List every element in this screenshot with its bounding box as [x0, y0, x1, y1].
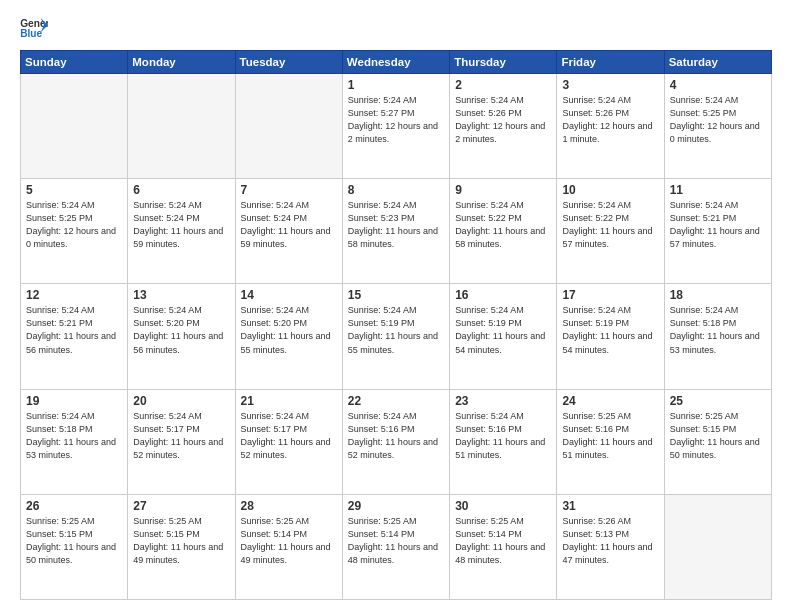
logo: General Blue — [20, 16, 48, 40]
col-header-tuesday: Tuesday — [235, 51, 342, 74]
calendar-cell: 21Sunrise: 5:24 AMSunset: 5:17 PMDayligh… — [235, 389, 342, 494]
week-row-1: 1Sunrise: 5:24 AMSunset: 5:27 PMDaylight… — [21, 74, 772, 179]
day-number: 21 — [241, 394, 337, 408]
calendar-header-row: SundayMondayTuesdayWednesdayThursdayFrid… — [21, 51, 772, 74]
day-number: 5 — [26, 183, 122, 197]
calendar-cell: 22Sunrise: 5:24 AMSunset: 5:16 PMDayligh… — [342, 389, 449, 494]
calendar-cell: 16Sunrise: 5:24 AMSunset: 5:19 PMDayligh… — [450, 284, 557, 389]
calendar-cell: 24Sunrise: 5:25 AMSunset: 5:16 PMDayligh… — [557, 389, 664, 494]
cell-info: Sunrise: 5:25 AMSunset: 5:15 PMDaylight:… — [133, 515, 229, 567]
calendar-cell: 30Sunrise: 5:25 AMSunset: 5:14 PMDayligh… — [450, 494, 557, 599]
calendar-cell: 25Sunrise: 5:25 AMSunset: 5:15 PMDayligh… — [664, 389, 771, 494]
day-number: 23 — [455, 394, 551, 408]
cell-info: Sunrise: 5:24 AMSunset: 5:25 PMDaylight:… — [26, 199, 122, 251]
calendar-cell: 7Sunrise: 5:24 AMSunset: 5:24 PMDaylight… — [235, 179, 342, 284]
day-number: 3 — [562, 78, 658, 92]
day-number: 22 — [348, 394, 444, 408]
day-number: 6 — [133, 183, 229, 197]
calendar-cell — [664, 494, 771, 599]
cell-info: Sunrise: 5:26 AMSunset: 5:13 PMDaylight:… — [562, 515, 658, 567]
cell-info: Sunrise: 5:25 AMSunset: 5:15 PMDaylight:… — [26, 515, 122, 567]
cell-info: Sunrise: 5:24 AMSunset: 5:19 PMDaylight:… — [562, 304, 658, 356]
day-number: 27 — [133, 499, 229, 513]
day-number: 11 — [670, 183, 766, 197]
calendar-cell: 6Sunrise: 5:24 AMSunset: 5:24 PMDaylight… — [128, 179, 235, 284]
day-number: 7 — [241, 183, 337, 197]
calendar-cell: 18Sunrise: 5:24 AMSunset: 5:18 PMDayligh… — [664, 284, 771, 389]
day-number: 9 — [455, 183, 551, 197]
day-number: 24 — [562, 394, 658, 408]
calendar-cell: 9Sunrise: 5:24 AMSunset: 5:22 PMDaylight… — [450, 179, 557, 284]
cell-info: Sunrise: 5:24 AMSunset: 5:24 PMDaylight:… — [133, 199, 229, 251]
cell-info: Sunrise: 5:24 AMSunset: 5:18 PMDaylight:… — [26, 410, 122, 462]
day-number: 30 — [455, 499, 551, 513]
calendar-cell: 31Sunrise: 5:26 AMSunset: 5:13 PMDayligh… — [557, 494, 664, 599]
calendar-cell: 4Sunrise: 5:24 AMSunset: 5:25 PMDaylight… — [664, 74, 771, 179]
day-number: 25 — [670, 394, 766, 408]
week-row-2: 5Sunrise: 5:24 AMSunset: 5:25 PMDaylight… — [21, 179, 772, 284]
day-number: 20 — [133, 394, 229, 408]
cell-info: Sunrise: 5:25 AMSunset: 5:16 PMDaylight:… — [562, 410, 658, 462]
day-number: 28 — [241, 499, 337, 513]
cell-info: Sunrise: 5:24 AMSunset: 5:17 PMDaylight:… — [241, 410, 337, 462]
col-header-monday: Monday — [128, 51, 235, 74]
day-number: 2 — [455, 78, 551, 92]
cell-info: Sunrise: 5:24 AMSunset: 5:16 PMDaylight:… — [455, 410, 551, 462]
cell-info: Sunrise: 5:25 AMSunset: 5:15 PMDaylight:… — [670, 410, 766, 462]
calendar-table: SundayMondayTuesdayWednesdayThursdayFrid… — [20, 50, 772, 600]
col-header-friday: Friday — [557, 51, 664, 74]
cell-info: Sunrise: 5:24 AMSunset: 5:22 PMDaylight:… — [562, 199, 658, 251]
cell-info: Sunrise: 5:24 AMSunset: 5:22 PMDaylight:… — [455, 199, 551, 251]
cell-info: Sunrise: 5:24 AMSunset: 5:20 PMDaylight:… — [241, 304, 337, 356]
calendar-cell — [21, 74, 128, 179]
cell-info: Sunrise: 5:24 AMSunset: 5:19 PMDaylight:… — [348, 304, 444, 356]
col-header-wednesday: Wednesday — [342, 51, 449, 74]
col-header-sunday: Sunday — [21, 51, 128, 74]
week-row-4: 19Sunrise: 5:24 AMSunset: 5:18 PMDayligh… — [21, 389, 772, 494]
calendar-cell: 5Sunrise: 5:24 AMSunset: 5:25 PMDaylight… — [21, 179, 128, 284]
day-number: 8 — [348, 183, 444, 197]
cell-info: Sunrise: 5:24 AMSunset: 5:25 PMDaylight:… — [670, 94, 766, 146]
calendar-cell: 23Sunrise: 5:24 AMSunset: 5:16 PMDayligh… — [450, 389, 557, 494]
calendar-cell — [128, 74, 235, 179]
logo-icon: General Blue — [20, 16, 48, 40]
calendar-cell: 29Sunrise: 5:25 AMSunset: 5:14 PMDayligh… — [342, 494, 449, 599]
calendar-cell: 27Sunrise: 5:25 AMSunset: 5:15 PMDayligh… — [128, 494, 235, 599]
calendar-cell: 10Sunrise: 5:24 AMSunset: 5:22 PMDayligh… — [557, 179, 664, 284]
col-header-thursday: Thursday — [450, 51, 557, 74]
cell-info: Sunrise: 5:24 AMSunset: 5:21 PMDaylight:… — [26, 304, 122, 356]
day-number: 13 — [133, 288, 229, 302]
cell-info: Sunrise: 5:24 AMSunset: 5:26 PMDaylight:… — [562, 94, 658, 146]
col-header-saturday: Saturday — [664, 51, 771, 74]
calendar-cell: 12Sunrise: 5:24 AMSunset: 5:21 PMDayligh… — [21, 284, 128, 389]
day-number: 1 — [348, 78, 444, 92]
week-row-5: 26Sunrise: 5:25 AMSunset: 5:15 PMDayligh… — [21, 494, 772, 599]
calendar-cell — [235, 74, 342, 179]
cell-info: Sunrise: 5:24 AMSunset: 5:16 PMDaylight:… — [348, 410, 444, 462]
calendar-cell: 8Sunrise: 5:24 AMSunset: 5:23 PMDaylight… — [342, 179, 449, 284]
calendar-cell: 26Sunrise: 5:25 AMSunset: 5:15 PMDayligh… — [21, 494, 128, 599]
cell-info: Sunrise: 5:24 AMSunset: 5:17 PMDaylight:… — [133, 410, 229, 462]
day-number: 16 — [455, 288, 551, 302]
cell-info: Sunrise: 5:25 AMSunset: 5:14 PMDaylight:… — [241, 515, 337, 567]
cell-info: Sunrise: 5:24 AMSunset: 5:24 PMDaylight:… — [241, 199, 337, 251]
cell-info: Sunrise: 5:24 AMSunset: 5:23 PMDaylight:… — [348, 199, 444, 251]
day-number: 18 — [670, 288, 766, 302]
day-number: 15 — [348, 288, 444, 302]
calendar-cell: 15Sunrise: 5:24 AMSunset: 5:19 PMDayligh… — [342, 284, 449, 389]
day-number: 19 — [26, 394, 122, 408]
calendar-cell: 1Sunrise: 5:24 AMSunset: 5:27 PMDaylight… — [342, 74, 449, 179]
cell-info: Sunrise: 5:25 AMSunset: 5:14 PMDaylight:… — [348, 515, 444, 567]
cell-info: Sunrise: 5:24 AMSunset: 5:20 PMDaylight:… — [133, 304, 229, 356]
week-row-3: 12Sunrise: 5:24 AMSunset: 5:21 PMDayligh… — [21, 284, 772, 389]
calendar-cell: 3Sunrise: 5:24 AMSunset: 5:26 PMDaylight… — [557, 74, 664, 179]
day-number: 4 — [670, 78, 766, 92]
calendar-cell: 28Sunrise: 5:25 AMSunset: 5:14 PMDayligh… — [235, 494, 342, 599]
svg-text:Blue: Blue — [20, 28, 42, 39]
cell-info: Sunrise: 5:24 AMSunset: 5:19 PMDaylight:… — [455, 304, 551, 356]
calendar-cell: 2Sunrise: 5:24 AMSunset: 5:26 PMDaylight… — [450, 74, 557, 179]
day-number: 14 — [241, 288, 337, 302]
cell-info: Sunrise: 5:24 AMSunset: 5:21 PMDaylight:… — [670, 199, 766, 251]
day-number: 31 — [562, 499, 658, 513]
page: General Blue SundayMondayTuesdayWednesda… — [0, 0, 792, 612]
